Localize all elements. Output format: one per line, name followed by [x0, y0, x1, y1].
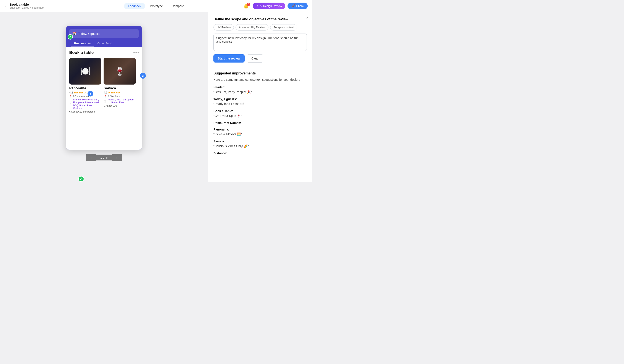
- project-subtitle: Sugestio · Edited 4 hours ago: [9, 6, 44, 9]
- savoca-name: Savoca: [104, 86, 136, 90]
- bottom-checkmark: ✓: [78, 176, 84, 182]
- suggestion-header-label: Header:: [213, 86, 307, 89]
- suggestion-header: Header: "Let's Eat, Party People! 🎉": [213, 86, 307, 94]
- pagination-info: 1 of 6: [96, 155, 112, 160]
- suggestion-savoca-label: Savoca:: [213, 139, 307, 143]
- review-textarea[interactable]: [213, 34, 307, 51]
- ai-review-label: AI Design Review: [260, 4, 282, 8]
- sparkle-icon: ✦: [256, 4, 259, 8]
- project-info: Book a table Sugestio · Edited 4 hours a…: [9, 3, 44, 9]
- fork-icon: 🍴: [69, 102, 72, 105]
- suggestions-intro: Here are some fun and concise text sugge…: [213, 77, 307, 82]
- phone-tab-restaurants[interactable]: Restaurants: [71, 40, 94, 47]
- location-icon-2: 📍: [104, 94, 107, 97]
- share-button[interactable]: 🚀 Share: [287, 3, 308, 9]
- suggestion-restaurant-names: Restaurant Names:: [213, 121, 307, 125]
- chips-row: UX Review Accessability Review Suggest c…: [213, 24, 307, 30]
- chip-suggest-content[interactable]: Suggest content: [270, 24, 297, 30]
- pagination-next-button[interactable]: ›: [112, 154, 122, 161]
- phone-tabs: Restaurants Order Food: [69, 40, 139, 47]
- suggestion-book-value: "Grab Your Spot! 🍷": [213, 114, 307, 118]
- topnav-right: 🔔 2 ✦ AI Design Review 🚀 Share: [242, 3, 308, 10]
- start-review-button[interactable]: Start the review: [213, 54, 245, 63]
- savoca-rating: 4.6 ★★★★★: [104, 91, 136, 94]
- savoca-distance: 📍 0.2km from: [104, 94, 136, 97]
- pagination-prev-button[interactable]: ‹: [86, 154, 96, 161]
- main-layout: 📅 Today, 4 guests ✓ Restaurants Order Fo…: [0, 12, 312, 182]
- dot: [135, 52, 137, 53]
- suggestion-today: Today, 4 guests: "Ready for a Feast! 🍽️": [213, 97, 307, 106]
- panorama-name: Panorama: [69, 86, 101, 90]
- share-label: Share: [296, 4, 304, 8]
- calendar-icon: 📅: [72, 32, 76, 35]
- annotation-bubble-1: 1: [88, 91, 93, 96]
- suggestions-title: Suggested improvements: [213, 71, 307, 75]
- chip-ux-review[interactable]: UX Review: [213, 24, 234, 30]
- notification-badge: 2: [247, 3, 250, 6]
- dot: [138, 52, 139, 53]
- euro-icon: €: [69, 110, 70, 113]
- savoca-cuisine: 🍴 French, Me... European, I... Gluten Fr…: [104, 98, 136, 104]
- tab-compare[interactable]: Compare: [168, 3, 188, 9]
- suggestion-savoca-value: "Delicious Vibes Only! 🌈": [213, 144, 307, 148]
- panorama-distance: 📍 0.1km from you: [69, 94, 101, 97]
- phone-content-title: Book a table: [69, 50, 94, 55]
- phone-screen: 📅 Today, 4 guests ✓ Restaurants Order Fo…: [66, 26, 142, 150]
- suggestion-savoca: Savoca: "Delicious Vibes Only! 🌈": [213, 139, 307, 148]
- food-image-placeholder: 🍽️: [80, 66, 91, 76]
- three-dots-menu[interactable]: [133, 52, 139, 53]
- booking-checkmark: ✓: [68, 34, 73, 40]
- euro-icon-2: €: [104, 104, 105, 107]
- pagination-bar: ‹ 1 of 6 ›: [66, 154, 142, 161]
- restaurant-card-panorama[interactable]: 🍽️ Panorama 4.2 ★★★★☆ 📍 0.1km from you: [69, 58, 101, 113]
- restaurant-cards: 🍽️ Panorama 4.2 ★★★★☆ 📍 0.1km from you: [69, 58, 139, 113]
- topnav: ‹ Book a table Sugestio · Edited 4 hours…: [0, 0, 312, 12]
- suggestion-today-label: Today, 4 guests:: [213, 97, 307, 101]
- restaurant-card-savoca[interactable]: 🍷 Savoca 4.6 ★★★★★ 📍 0.2km from: [104, 58, 136, 113]
- panel-divider: [213, 68, 307, 68]
- back-button[interactable]: ‹: [4, 3, 7, 9]
- savoca-image: 🍷: [104, 58, 136, 85]
- notifications-button[interactable]: 🔔 2: [242, 3, 251, 10]
- phone-tab-order-food[interactable]: Order Food: [94, 40, 115, 47]
- booking-text: Today, 4 guests: [78, 32, 100, 35]
- phone-content-header: Book a table: [69, 50, 139, 55]
- phone-mockup: 📅 Today, 4 guests ✓ Restaurants Order Fo…: [66, 26, 142, 161]
- suggestion-distance-label: Distance:: [213, 152, 307, 155]
- panorama-image: 🍽️: [69, 58, 101, 85]
- phone-content: Book a table 🍽️ Pa: [66, 47, 142, 150]
- phone-header: 📅 Today, 4 guests ✓ Restaurants Order Fo…: [66, 26, 142, 47]
- suggestion-panorama: Panorama: "Views & Flavors 🌅": [213, 128, 307, 136]
- rocket-icon: 🚀: [291, 4, 295, 8]
- topnav-center-tabs: Feedback Prototype Compare: [124, 3, 188, 9]
- topnav-left: ‹ Book a table Sugestio · Edited 4 hours…: [4, 3, 44, 9]
- panel-close-button[interactable]: ×: [306, 16, 309, 20]
- tab-prototype[interactable]: Prototype: [146, 3, 167, 9]
- project-title: Book a table: [9, 3, 44, 6]
- panorama-cuisine: 🍴 French, Mediterranean, European, Inter…: [69, 98, 101, 110]
- ai-design-review-button[interactable]: ✦ AI Design Review: [253, 3, 286, 9]
- suggestion-panorama-label: Panorama:: [213, 128, 307, 131]
- chip-accessibility-review[interactable]: Accessability Review: [235, 24, 268, 30]
- panorama-price: € About €22 per person: [69, 110, 101, 113]
- panel-title: Define the scope and objectives of the r…: [213, 17, 307, 21]
- suggestion-book-table: Book a Table: "Grab Your Spot! 🍷": [213, 109, 307, 118]
- suggestion-distance: Distance:: [213, 152, 307, 155]
- panel-actions: Start the review Clear: [213, 54, 307, 63]
- canvas-area: 📅 Today, 4 guests ✓ Restaurants Order Fo…: [0, 12, 208, 182]
- suggestion-today-value: "Ready for a Feast! 🍽️": [213, 102, 307, 106]
- suggestion-panorama-value: "Views & Flavors 🌅": [213, 132, 307, 136]
- right-panel: × Define the scope and objectives of the…: [208, 12, 312, 182]
- dot: [133, 52, 135, 53]
- booking-bar: 📅 Today, 4 guests ✓: [69, 29, 139, 38]
- suggestion-restaurant-names-label: Restaurant Names:: [213, 121, 307, 125]
- clear-button[interactable]: Clear: [247, 54, 263, 63]
- suggestion-header-value: "Let's Eat, Party People! 🎉": [213, 90, 307, 94]
- savoca-price: € About €30: [104, 104, 136, 107]
- annotation-bubble-3: 3: [140, 73, 146, 79]
- tab-feedback[interactable]: Feedback: [124, 3, 145, 9]
- location-icon: 📍: [69, 94, 72, 97]
- food-image-placeholder-2: 🍷: [115, 66, 125, 76]
- fork-icon-2: 🍴: [104, 100, 107, 102]
- suggestion-book-label: Book a Table:: [213, 109, 307, 113]
